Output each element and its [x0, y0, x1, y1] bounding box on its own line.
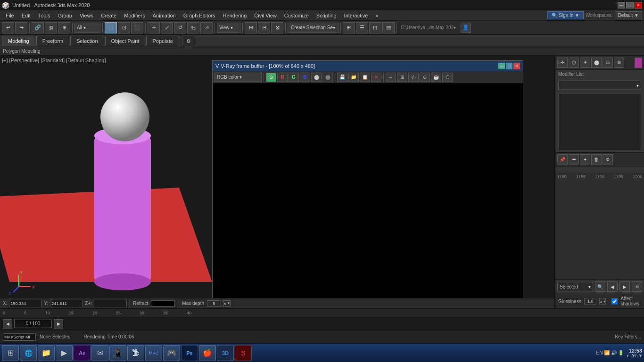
vray-tea-button[interactable]: ☕ [431, 73, 441, 82]
glossiness-field[interactable]: 1.0 [584, 298, 597, 304]
stack-button[interactable]: ☰ [569, 154, 579, 165]
z-field[interactable] [94, 300, 127, 307]
menu-file[interactable]: File [2, 12, 18, 19]
scale-button[interactable]: % [187, 22, 199, 33]
archive-button[interactable]: 🗜 [127, 345, 144, 361]
link-button[interactable]: 🔗 [32, 22, 44, 33]
vray-mono-button[interactable]: ⬤ [311, 73, 322, 82]
sphere-icon[interactable]: ⬤ [591, 58, 602, 68]
finder-button[interactable]: 🍎 [199, 345, 216, 361]
layers4-button[interactable]: ⊡ [369, 22, 381, 33]
nav-button2[interactable]: ▶ [619, 281, 630, 292]
menu-scripting[interactable]: Scripting [313, 12, 340, 19]
explorer-button[interactable]: 📁 [38, 345, 55, 361]
settings-icon[interactable]: ⚙ [614, 58, 624, 68]
tab-object-paint[interactable]: Object Paint [105, 36, 146, 46]
modifier-dropdown[interactable]: ▾ [558, 81, 641, 90]
vray-maximize-button[interactable]: □ [506, 63, 512, 69]
pin-button[interactable]: 📌 [557, 154, 568, 165]
redo-button[interactable]: ↪ [15, 22, 27, 33]
timeline-prev-button[interactable]: ◀ [3, 319, 12, 329]
vray-alpha-button[interactable]: ⬤ [322, 73, 333, 82]
search-selected-button[interactable]: 🔍 [595, 281, 605, 292]
close-button[interactable]: ✕ [635, 2, 642, 8]
game-button[interactable]: 🎮 [163, 345, 180, 361]
menu-tools[interactable]: Tools [34, 12, 54, 19]
ribbon-button[interactable]: ⊟ [258, 22, 270, 33]
sign-in-button[interactable]: 🔍 Sign In ▼ [547, 11, 584, 19]
vray-copy-button[interactable]: 📋 [360, 73, 370, 82]
menu-edit[interactable]: Edit [18, 12, 34, 19]
media-button[interactable]: ▶ [56, 345, 73, 361]
selected-dropdown[interactable]: Selected ▾ [557, 282, 593, 291]
whatsapp-button[interactable]: 📱 [109, 345, 126, 361]
minimize-button[interactable]: — [618, 2, 625, 8]
menu-animation[interactable]: Animation [149, 12, 180, 19]
red-app-button[interactable]: S [235, 345, 252, 361]
start-button[interactable]: ⊞ [2, 345, 19, 361]
refresh-button[interactable]: ↺ [174, 22, 186, 33]
bind-button[interactable]: ⊕ [58, 22, 70, 33]
glossiness-spinner[interactable]: ▲▼ [599, 298, 606, 304]
layers5-button[interactable]: ▤ [382, 22, 395, 33]
tab-populate[interactable]: Populate [146, 36, 179, 46]
affect-shadows-checkbox[interactable] [611, 298, 618, 304]
rotate-button[interactable]: ⤢ [161, 22, 173, 33]
move-button[interactable]: ✛ [148, 22, 160, 33]
browser-button[interactable]: 🌐 [20, 345, 37, 361]
max-taskbar-button[interactable]: 3D [217, 345, 234, 361]
menu-interactive[interactable]: Interactive [340, 12, 372, 19]
menu-rendering[interactable]: Rendering [219, 12, 251, 19]
maxscript-input[interactable] [3, 333, 36, 341]
max-depth-spinner[interactable]: ▲▼ [223, 300, 231, 307]
frame-counter[interactable]: 0 / 100 [14, 320, 52, 328]
unlink-button[interactable]: ⛓ [45, 22, 57, 33]
vray-g-button[interactable]: G [289, 73, 299, 82]
maximize-button[interactable]: □ [626, 2, 634, 8]
material-color-swatch[interactable] [635, 58, 642, 68]
group-button[interactable]: ⊠ [271, 22, 283, 33]
vray-hex-button[interactable]: ⬡ [442, 73, 453, 82]
profile-button[interactable]: 👤 [461, 23, 471, 33]
create-icon[interactable]: ✛ [557, 58, 568, 68]
vray-open-button[interactable]: 📁 [348, 73, 359, 82]
delete-modifier-button[interactable]: 🗑 [591, 154, 602, 165]
tab-selection[interactable]: Selection [70, 36, 104, 46]
vray-eyedropper-button[interactable]: ⊙ [266, 73, 276, 82]
vray-clear-button[interactable]: ✕ [371, 73, 381, 82]
chat-button[interactable]: ✉ [91, 345, 108, 361]
vray-colorspace-dropdown[interactable]: RGB color ▾ [215, 73, 262, 82]
menu-modifiers[interactable]: Modifiers [120, 12, 149, 19]
light-icon[interactable]: ☀ [580, 58, 590, 68]
select-region-button[interactable]: ⊡ [118, 22, 130, 33]
menu-more[interactable]: » [372, 12, 382, 19]
photoshop-button[interactable]: Ps [181, 345, 198, 361]
tab-settings[interactable]: ⚙ [182, 36, 195, 46]
layers3-button[interactable]: ☰ [356, 22, 368, 33]
layer-button[interactable]: ⊞ [245, 22, 257, 33]
viewport-main[interactable]: [+] [Perspective] [Standard] [Default Sh… [0, 56, 554, 298]
select-button[interactable]: ⬚ [105, 22, 117, 33]
layers2-button[interactable]: ⊞ [343, 22, 355, 33]
workspace-dropdown[interactable]: Default ▼ [615, 11, 642, 19]
create-selection-set-button[interactable]: Create Selection Se ▾ [288, 23, 339, 33]
key-filters-button[interactable]: ⚙ [632, 281, 642, 292]
reference-dropdown[interactable]: View ▾ [217, 23, 240, 33]
vray-close-button[interactable]: ✕ [513, 63, 520, 69]
vray-save-button[interactable]: 💾 [337, 73, 347, 82]
timeline-next-button[interactable]: ▶ [54, 319, 63, 329]
mirror-button[interactable]: ⊿ [200, 22, 213, 33]
max-depth-field[interactable]: 5 [207, 300, 221, 307]
vray-minimize-button[interactable]: — [498, 63, 505, 69]
menu-graph-editors[interactable]: Graph Editors [180, 12, 219, 19]
vray-region-button[interactable]: ↔ [386, 73, 396, 82]
vray-lens-button[interactable]: ◎ [408, 73, 419, 82]
vray-compare-button[interactable]: ⊞ [397, 73, 407, 82]
select-region2-button[interactable]: ⬛ [131, 22, 143, 33]
ae-button[interactable]: Ae [74, 345, 91, 361]
menu-create[interactable]: Create [97, 12, 120, 19]
mpce-button[interactable]: MPC [145, 345, 162, 361]
filter-dropdown[interactable]: All ▾ [74, 23, 100, 33]
shape-icon[interactable]: ⬡ [569, 58, 579, 68]
undo-button[interactable]: ↩ [2, 22, 14, 33]
